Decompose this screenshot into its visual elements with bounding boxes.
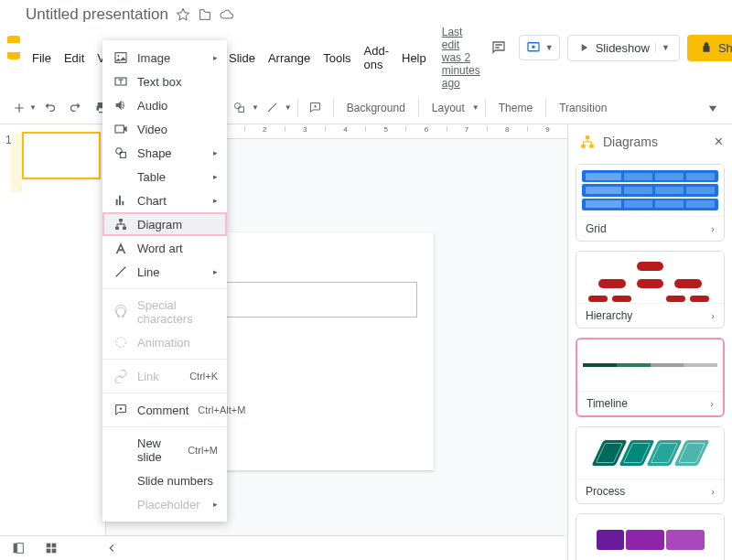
insert-table[interactable]: Table▸ (102, 165, 227, 188)
svg-point-14 (116, 148, 123, 155)
layout-button[interactable]: Layout (425, 98, 472, 118)
undo-button[interactable] (38, 96, 62, 120)
menu-edit[interactable]: Edit (58, 48, 91, 68)
panel-title: Diagrams (603, 135, 707, 149)
star-icon[interactable] (176, 7, 190, 22)
menu-addons[interactable]: Add-ons (358, 41, 395, 74)
svg-point-5 (235, 103, 241, 109)
diagram-relationship[interactable]: Relationship› (576, 513, 725, 560)
slide-thumbnail[interactable] (22, 132, 101, 179)
insert-chart[interactable]: Chart▸ (102, 188, 227, 212)
insert-special-chars[interactable]: Special characters (102, 294, 227, 330)
omega-icon (113, 305, 128, 319)
shape-icon (113, 145, 128, 160)
diagram-hierarchy[interactable]: Hierarchy› (576, 251, 725, 328)
diagram-label: Grid (586, 222, 607, 235)
diagram-grid[interactable]: Grid› (576, 164, 725, 242)
filmstrip-view-icon[interactable] (11, 541, 26, 555)
insert-textbox[interactable]: Text box (102, 70, 227, 93)
insert-new-slide[interactable]: New slideCtrl+M (102, 432, 227, 468)
chevron-right-icon: › (711, 310, 715, 321)
chevron-left-icon[interactable] (105, 542, 118, 555)
doc-title[interactable]: Untitled presentation (26, 5, 168, 24)
link-icon (113, 369, 128, 383)
insert-line[interactable]: Line▸ (102, 260, 227, 284)
insert-comment[interactable]: CommentCtrl+Alt+M (102, 398, 227, 422)
present-dropdown[interactable]: ▼ (519, 35, 560, 60)
insert-placeholder[interactable]: Placeholder▸ (102, 492, 227, 516)
line-icon (113, 264, 128, 279)
menu-help[interactable]: Help (395, 48, 433, 68)
insert-image[interactable]: Image▸ (102, 46, 227, 70)
insert-link[interactable]: LinkCtrl+K (102, 364, 227, 388)
comments-icon[interactable] (486, 35, 511, 60)
menu-file[interactable]: File (26, 48, 58, 68)
comment-tool[interactable] (304, 96, 328, 120)
share-label: Share (718, 41, 732, 55)
chart-icon (113, 193, 128, 208)
slides-logo[interactable] (7, 36, 20, 59)
slideshow-button[interactable]: Slideshow ▼ (567, 35, 680, 61)
share-button[interactable]: Share (687, 35, 732, 61)
close-icon[interactable]: × (715, 134, 723, 150)
svg-rect-16 (119, 219, 123, 221)
svg-rect-13 (115, 125, 124, 133)
new-slide-button[interactable] (7, 96, 31, 120)
transition-button[interactable]: Transition (552, 98, 614, 118)
diagram-icon (579, 134, 596, 150)
play-icon (577, 41, 590, 54)
insert-audio[interactable]: Audio (102, 93, 227, 117)
svg-rect-18 (123, 227, 126, 230)
svg-rect-20 (14, 544, 16, 554)
diagram-label: Hierarchy (586, 309, 632, 322)
svg-rect-22 (47, 544, 51, 548)
svg-rect-21 (17, 544, 24, 554)
menu-tools[interactable]: Tools (317, 48, 357, 68)
textbox-icon (113, 74, 128, 89)
theme-button[interactable]: Theme (491, 98, 540, 118)
insert-slide-numbers[interactable]: Slide numbers (102, 468, 227, 492)
background-button[interactable]: Background (339, 98, 413, 118)
svg-rect-17 (115, 227, 119, 230)
diagram-label: Timeline (587, 397, 628, 410)
chevron-right-icon: › (711, 223, 715, 234)
bottom-bar (0, 535, 565, 560)
wordart-icon (113, 241, 128, 255)
menu-bar: File Edit View Insert Format Slide Arran… (26, 26, 480, 90)
grid-view-icon[interactable] (44, 541, 59, 555)
svg-rect-24 (47, 549, 51, 554)
animation-icon (113, 335, 128, 350)
menu-slide[interactable]: Slide (222, 48, 262, 68)
collapse-toolbar-icon[interactable] (701, 96, 725, 120)
redo-button[interactable] (64, 96, 88, 120)
diagram-process[interactable]: Process› (576, 426, 725, 504)
comment-icon (113, 403, 128, 417)
last-edit[interactable]: Last edit was 2 minutes ago (442, 26, 480, 90)
video-icon (113, 122, 128, 136)
insert-shape[interactable]: Shape▸ (102, 141, 227, 165)
svg-rect-1 (532, 46, 534, 48)
insert-diagram[interactable]: Diagram (102, 212, 227, 236)
cloud-icon[interactable] (220, 7, 234, 22)
image-icon (113, 50, 128, 65)
line-tool[interactable] (261, 96, 285, 120)
lock-icon (700, 41, 713, 54)
insert-wordart[interactable]: Word art (102, 236, 227, 260)
svg-point-11 (117, 55, 119, 57)
diagram-icon (113, 217, 128, 232)
shape-tool[interactable] (228, 96, 252, 120)
insert-video[interactable]: Video (102, 117, 227, 141)
svg-rect-25 (52, 549, 57, 554)
chevron-right-icon: › (711, 486, 715, 497)
chevron-right-icon: › (710, 398, 714, 409)
svg-rect-23 (52, 544, 57, 548)
insert-animation[interactable]: Animation (102, 330, 227, 354)
slideshow-label: Slideshow (596, 41, 650, 55)
diagram-timeline[interactable]: Timeline› (576, 338, 725, 417)
move-icon[interactable] (198, 7, 212, 22)
svg-rect-8 (581, 145, 586, 148)
menu-arrange[interactable]: Arrange (262, 48, 317, 68)
svg-rect-7 (586, 135, 590, 139)
filmstrip: 1 (0, 124, 106, 560)
diagrams-panel: Diagrams × Grid› Hierarchy› Timeline› Pr… (567, 124, 732, 560)
